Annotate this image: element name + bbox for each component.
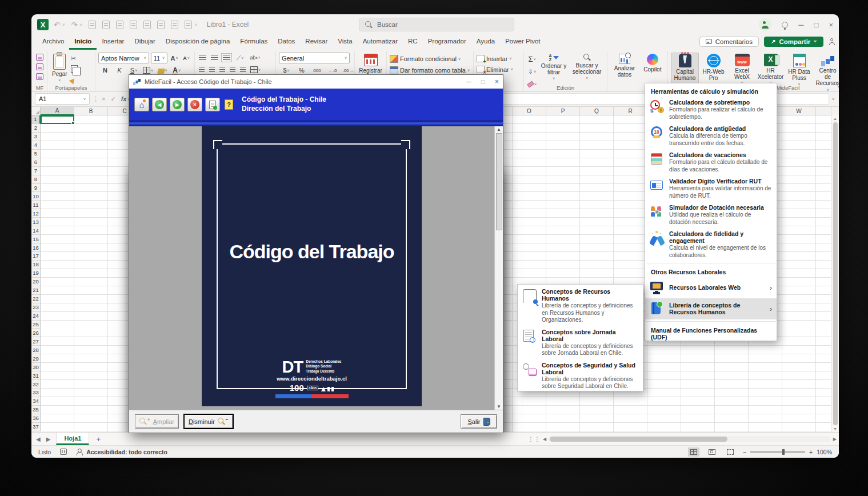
mf-save-icon[interactable] [36,54,43,61]
people-icon[interactable] [829,38,835,45]
row-header[interactable]: 16 [31,243,41,252]
maximize-button[interactable]: □ [814,21,819,29]
column-header[interactable]: O [513,107,546,115]
tab-ayuda[interactable]: Ayuda [471,35,500,50]
row-header[interactable]: 1 [31,115,41,124]
submenu-item-seguridad-salud[interactable]: Conceptos de Seguridad y Salud LaboralLi… [518,359,643,392]
tab-rc[interactable]: RC [403,35,423,50]
undo-caret-icon[interactable]: ˅ [62,22,65,27]
row-header[interactable]: 9 [31,184,41,193]
row-header[interactable]: 4 [31,141,41,150]
scroll-right-icon[interactable]: ▶ [833,437,837,442]
row-header[interactable]: 19 [31,269,41,278]
close-button[interactable]: × [829,21,833,29]
dialog-scroll-down-icon[interactable]: ▼ [497,404,501,409]
accessibility-status[interactable]: Accesibilidad: todo correcto [76,449,167,455]
sheet-tab-hoja1[interactable]: Hoja1 [56,433,89,445]
salir-button[interactable]: Salir [461,414,497,429]
menu-item-recursos-web[interactable]: Recursos Laborales Web › [645,277,777,298]
row-header[interactable]: 32 [31,380,41,389]
redo-icon[interactable]: ↷ [71,21,78,29]
vertical-scroll-thumb[interactable] [833,122,838,425]
column-header[interactable]: W [782,107,816,115]
row-header[interactable]: 18 [31,261,41,269]
row-header[interactable]: 30 [31,363,41,371]
horizontal-scrollbar[interactable]: ⋮⋮ ◀ ▶ [526,433,839,445]
redo-caret-icon[interactable]: ˅ [79,22,82,27]
disminuir-button[interactable]: Disminuir − [184,414,233,429]
search-input[interactable]: Buscar [359,18,514,31]
menu-item-libreria-conceptos[interactable]: Librería de conceptos de Recursos Humano… [645,298,777,319]
page-layout-view-button[interactable] [706,447,718,457]
sheet-prev-icon[interactable]: ◀ [36,436,41,442]
fill-button[interactable]: ⇓˅ [527,66,537,77]
stop-button[interactable]: × [187,98,202,111]
tab-vista[interactable]: Vista [333,35,357,50]
row-header[interactable]: 27 [31,337,41,346]
qat-icon[interactable] [171,21,178,29]
row-header[interactable]: 31 [31,371,41,380]
row-header[interactable]: 26 [31,329,41,337]
dialog-close-button[interactable]: × [495,78,499,86]
column-header[interactable]: B [74,107,108,115]
number-format-select[interactable]: General ˅ [279,53,350,63]
sort-filter-button[interactable]: AZ Ordenar y filtrar ˅ [539,53,569,82]
row-header[interactable]: 35 [31,406,41,414]
row-header[interactable]: 15 [31,235,41,243]
dialog-scrollbar[interactable]: ▲ ▼ [494,126,503,410]
align-center-icon[interactable] [209,67,215,73]
format-painter-icon[interactable] [69,74,78,84]
cancel-icon[interactable]: × [102,95,105,102]
font-name-select[interactable]: Aptos Narrow ˅ [98,53,149,63]
tab-programador[interactable]: Programador [423,35,471,50]
italic-button[interactable]: K [114,65,125,75]
menu-item-sobretiempo[interactable]: $⇅ Calculadora de sobretiempoFormulario … [645,97,777,123]
row-header[interactable]: 13 [31,218,41,226]
menu-item-vacaciones[interactable]: Calculadora de vacacionesFormulario para… [645,149,777,175]
zoom-level[interactable]: 100% [817,449,832,455]
column-header[interactable]: A [41,107,74,115]
row-header[interactable]: 2 [31,124,41,133]
scroll-up-icon[interactable]: ▲ [833,117,837,121]
row-header[interactable]: 7 [31,167,41,175]
normal-view-button[interactable] [688,447,699,457]
merge-center-icon[interactable]: ˅ [250,65,261,75]
tab-datos[interactable]: Datos [273,35,300,50]
lightbulb-icon[interactable] [782,22,788,28]
cut-icon[interactable]: ✂ [71,55,78,62]
scroll-left-icon[interactable]: ◀ [543,437,546,442]
column-header[interactable]: X [816,107,831,115]
dialog-scroll-up-icon[interactable]: ▲ [497,127,501,132]
orientation-icon[interactable]: ⟋˅ [235,53,245,63]
mf-window-icon[interactable] [36,73,43,80]
refresh-page-button[interactable] [205,98,220,111]
align-middle-icon[interactable] [211,55,218,61]
column-header[interactable]: R [614,107,647,115]
wrap-text-icon[interactable]: ab↩ [250,53,260,63]
qat-icon[interactable] [185,21,192,29]
insert-cells-button[interactable]: Insertar ˅ [477,55,521,62]
tab-formulas[interactable]: Fórmulas [235,35,273,50]
scroll-down-icon[interactable]: ▼ [833,427,837,431]
tab-revisar[interactable]: Revisar [300,35,333,50]
minimize-button[interactable]: ─ [798,21,803,29]
qat-icon[interactable] [102,21,110,29]
home-button[interactable]: ⌂ [134,98,149,111]
active-cell[interactable] [41,115,74,124]
row-header[interactable]: 14 [31,226,41,235]
increase-font-icon[interactable]: A˄ [169,53,179,63]
row-header[interactable]: 12 [31,209,41,218]
addin-hr-xcelerator-button[interactable]: HR Xcelerator ˅ [757,53,785,87]
row-header[interactable]: 34 [31,397,41,406]
row-header[interactable]: 8 [31,175,41,184]
tab-archivo[interactable]: Archivo [37,35,69,50]
menu-item-rut[interactable]: Validador Dígito Verificador RUTHerramie… [645,175,777,202]
row-header[interactable]: 21 [31,286,41,295]
row-header[interactable]: 33 [31,389,41,397]
increase-indent-icon[interactable] [240,67,246,73]
dialog-minimize-button[interactable]: ─ [466,78,471,86]
drag-handle-icon[interactable]: ⋮ [93,95,99,103]
comments-button[interactable]: Comentarios [699,37,759,47]
row-header[interactable]: 23 [31,303,41,312]
font-size-select[interactable]: 11 ˅ [151,53,167,63]
